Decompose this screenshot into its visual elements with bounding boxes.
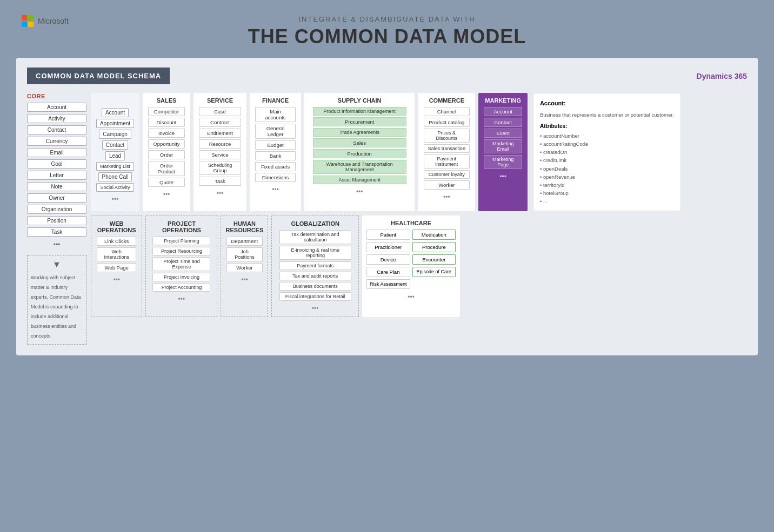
sc-procurement: Procurement (313, 117, 406, 126)
service-scheduling: Scheduling Group (199, 161, 241, 175)
service-dots: ••• (217, 190, 224, 197)
glob-dots: ••• (312, 305, 319, 312)
hc-procedure: Procedure (412, 242, 456, 252)
microsoft-logo: Microsoft (22, 15, 69, 27)
sc-production: Production (313, 149, 406, 158)
core-item-contact: Contact (27, 125, 86, 134)
hr-job-positions: Job Positions (226, 247, 263, 261)
base-account: Account (102, 108, 129, 117)
project-ops-header: PROJECTOPERATIONS (149, 220, 213, 233)
glob-fiscal: Fiscal integrations for Retail (279, 292, 351, 301)
web-header: WEBOPERATIONS (95, 220, 138, 233)
po-resourcing: Project Resourcing (152, 247, 210, 255)
sc-trade: Trade Agreements (313, 128, 406, 137)
supply-chain-header: SUPPLY CHAIN (308, 97, 411, 104)
sales-dots: ••• (163, 191, 170, 198)
glob-biz-docs: Business documents (279, 282, 351, 291)
glob-payment: Payment formats (279, 261, 351, 270)
lower-sections-row: WEBOPERATIONS Link Clicks Web Interactio… (91, 216, 747, 317)
healthcare-header: HEALTHCARE (366, 220, 456, 226)
commerce-loyalty: Customer loyalty (424, 170, 470, 179)
account-popup-attrs-label: Attributes: (540, 122, 674, 131)
sc-warehouse: Warehouse and Transportation Management (313, 160, 406, 174)
logo-text: Microsoft (38, 17, 69, 25)
marketing-account: Account (484, 107, 522, 116)
sc-asset: Asset Management (313, 176, 406, 184)
dynamics-label: Dynamics 365 (697, 72, 747, 80)
core-item-owner: Owner (27, 193, 86, 203)
web-page: Web Page (97, 263, 136, 272)
service-resource: Resource (199, 139, 241, 149)
service-header: SERVICE (197, 97, 243, 104)
glob-tax-det: Tax determination and calcultaion (279, 230, 351, 244)
hc-medication: Medication (412, 230, 456, 240)
finance-bank: Bank (255, 151, 296, 160)
sales-discount: Discount (148, 118, 185, 127)
commerce-worker: Worker (424, 180, 470, 190)
web-section: WEBOPERATIONS Link Clicks Web Interactio… (91, 216, 142, 317)
service-task: Task (199, 177, 241, 186)
sales-section: SALES Competitor Discount Invoice Opport… (143, 93, 190, 211)
po-time: Project Time and Expense (152, 257, 210, 271)
web-link-clicks: Link Clicks (97, 237, 136, 246)
commerce-section: COMMERCE Channel Product catalog Prices … (418, 93, 475, 211)
sales-header: SALES (146, 97, 187, 104)
marketing-event: Event (484, 129, 522, 138)
card-title-bar: COMMON DATA MODEL SCHEMA Dynamics 365 (27, 68, 747, 84)
account-popup: Account: Business that represents a cust… (533, 93, 681, 211)
header-subtitle: Integrate & Disambiguate Data With (11, 15, 763, 23)
sc-dots: ••• (356, 188, 363, 196)
header-title: THE COMMON DATA MODEL (11, 25, 763, 48)
sales-order: Order (148, 150, 185, 159)
glob-einvoice: E-invoicing & real time reporting (279, 246, 351, 260)
right-content: Account Appointment Campaign Contact Lea… (91, 93, 747, 317)
core-item-letter: Letter (27, 171, 86, 180)
commerce-header: COMMERCE (421, 97, 472, 104)
core-dots: ••• (27, 241, 86, 248)
core-item-account: Account (27, 103, 86, 112)
service-contract: Contract (199, 118, 241, 127)
service-service: Service (199, 150, 241, 159)
finance-section: FINANCE Main accounts General Ledger Bud… (250, 93, 301, 211)
account-popup-desc: Business that represents a customer or p… (540, 111, 674, 119)
base-column: Account Appointment Campaign Contact Lea… (91, 93, 139, 211)
hr-worker: Worker (226, 263, 263, 272)
marketing-header: MARKETING (482, 97, 524, 104)
core-item-currency: Currency (27, 137, 86, 146)
sales-order-product: Order Product (148, 161, 185, 176)
commerce-prices: Prices & Discounts (424, 129, 470, 143)
sales-invoice: Invoice (148, 129, 185, 138)
hr-dots: ••• (241, 276, 248, 284)
commerce-sales-tx: Sales transaction (424, 144, 470, 153)
base-campaign: Campaign (99, 130, 131, 139)
hr-section: HUMANRESOURCES Department Job Positions … (221, 216, 268, 317)
hc-dots: ••• (366, 293, 456, 301)
expand-text: Working with subject matter & industry e… (31, 275, 81, 339)
finance-budget: Budget (255, 140, 296, 150)
finance-fixed-assets: Fixed assets (255, 162, 296, 171)
main-card: COMMON DATA MODEL SCHEMA Dynamics 365 CO… (16, 58, 758, 355)
marketing-section: MARKETING Account Contact Event Marketin… (478, 93, 528, 211)
hr-header: HUMANRESOURCES (224, 220, 264, 233)
marketing-email: Marketing Email (484, 139, 522, 153)
hc-practicioner: Practicioner (366, 242, 410, 252)
base-lead: Lead (105, 151, 125, 160)
core-item-organization: Organization (27, 205, 86, 214)
po-accounting: Project Accounting (152, 283, 210, 292)
globalization-section: GLOBALIZATION Tax determination and calc… (271, 216, 359, 317)
finance-general-ledger: General Ledger (255, 124, 296, 139)
finance-dimensions: Dimensions (255, 173, 296, 182)
core-item-note: Note (27, 182, 86, 191)
service-section: SERVICE Case Contract Entitlement Resour… (194, 93, 246, 211)
account-popup-title: Account: (540, 99, 674, 109)
sales-competitor: Competitor (148, 107, 185, 116)
left-column: CORE Account Activity Contact Currency E… (27, 93, 86, 345)
web-dots: ••• (113, 276, 120, 284)
healthcare-section: HEALTHCARE Patient Medication Practicion… (362, 216, 460, 317)
base-dots: ••• (112, 196, 119, 203)
core-item-task: Task (27, 227, 86, 237)
core-item-activity: Activity (27, 114, 86, 123)
core-item-email: Email (27, 148, 86, 157)
core-item-position: Position (27, 216, 86, 225)
sc-sales: Sales (313, 138, 406, 147)
